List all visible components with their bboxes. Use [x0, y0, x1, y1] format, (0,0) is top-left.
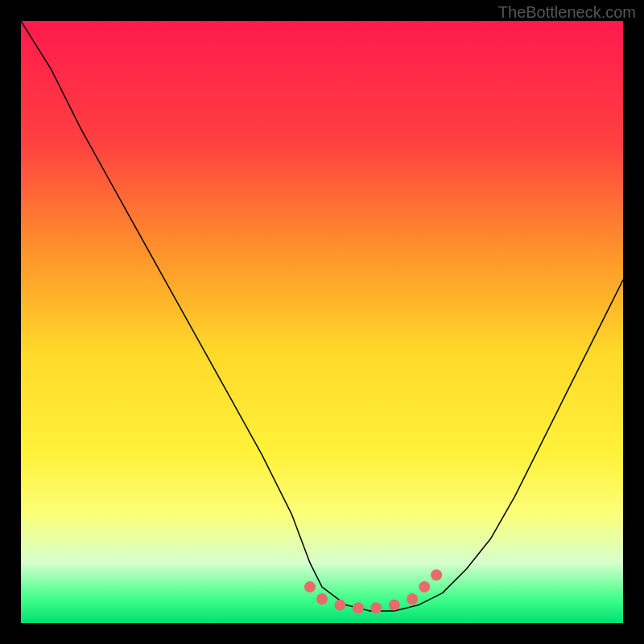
chart-overlay [21, 21, 623, 623]
highlight-point [353, 602, 364, 613]
watermark-text: TheBottleneck.com [498, 3, 636, 22]
highlight-point [407, 593, 418, 605]
highlight-point [370, 602, 382, 613]
highlight-point [389, 600, 400, 611]
highlight-point [419, 581, 430, 592]
highlight-point [316, 593, 328, 605]
highlight-point [431, 569, 442, 580]
chart-plot-area [21, 21, 623, 623]
bottleneck-curve [21, 21, 623, 611]
highlight-points [304, 569, 442, 613]
highlight-point [334, 600, 345, 611]
highlight-point [304, 581, 316, 592]
